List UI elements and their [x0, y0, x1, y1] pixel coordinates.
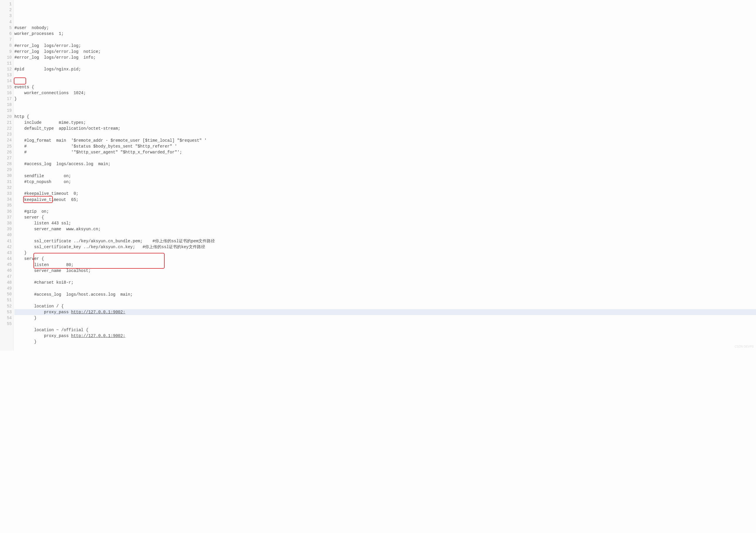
line-number: 18	[1, 102, 12, 108]
code-line: sendfile on;	[14, 173, 756, 179]
line-number: 54	[1, 315, 12, 321]
line-number: 17	[1, 96, 12, 102]
line-number: 28	[1, 161, 12, 167]
code-line: proxy_pass http://127.0.0.1:9002;	[14, 333, 756, 339]
code-line: worker_connections 1024;	[14, 90, 756, 96]
code-line: events {	[14, 84, 756, 90]
line-number: 15	[1, 84, 12, 90]
line-number: 39	[1, 226, 12, 232]
line-number: 23	[1, 131, 12, 137]
line-number: 24	[1, 137, 12, 143]
line-number: 11	[1, 61, 12, 66]
code-line: listen 443 ssl;	[14, 220, 756, 226]
line-number: 40	[1, 232, 12, 238]
code-line: worker_processes 1;	[14, 31, 756, 37]
line-number: 37	[1, 215, 12, 220]
code-line: #error_log logs/error.log info;	[14, 55, 756, 61]
code-line	[14, 286, 756, 291]
code-line: server_name localhost;	[14, 268, 756, 274]
code-line	[14, 19, 756, 25]
code-pane: #user nobody;worker_processes 1; #error_…	[14, 0, 756, 350]
code-line	[14, 61, 756, 66]
code-line	[14, 274, 756, 280]
line-number: 20	[1, 114, 12, 120]
code-line: ssl_certificate ../key/aksyun.cn_bundle.…	[14, 238, 756, 244]
line-number: 10	[1, 55, 12, 61]
line-number: 49	[1, 286, 12, 291]
line-number: 35	[1, 202, 12, 208]
line-number: 13	[1, 72, 12, 78]
code-line: # '"$http_user_agent" "$http_x_forwarded…	[14, 149, 756, 155]
line-number: 1	[1, 1, 12, 7]
line-number: 21	[1, 120, 12, 126]
line-number: 44	[1, 256, 12, 262]
code-line: #pid logs/nginx.pid;	[14, 66, 756, 72]
code-line: #error_log logs/error.log;	[14, 43, 756, 49]
code-line	[14, 203, 756, 209]
line-number: 26	[1, 149, 12, 155]
line-number: 52	[1, 303, 12, 309]
line-number: 47	[1, 274, 12, 280]
line-number: 51	[1, 297, 12, 303]
code-line	[14, 72, 756, 78]
code-line: listen 80;	[14, 262, 756, 268]
line-number: 12	[1, 66, 12, 72]
line-number: 55	[1, 321, 12, 327]
code-line	[14, 108, 756, 114]
line-number: 32	[1, 185, 12, 191]
code-line	[14, 232, 756, 238]
code-line: http {	[14, 114, 756, 120]
line-number: 30	[1, 173, 12, 179]
line-number: 3	[1, 13, 12, 19]
code-line	[14, 167, 756, 173]
line-number: 14	[1, 78, 12, 84]
code-line	[14, 155, 756, 161]
code-line: }	[14, 250, 756, 256]
code-editor: 1234567891011121314151617181920212223242…	[0, 0, 756, 350]
code-line: #access_log logs/host.access.log main;	[14, 292, 756, 297]
watermark: CSDN DEVPS	[735, 345, 754, 349]
line-number: 48	[1, 280, 12, 286]
line-number: 50	[1, 291, 12, 297]
code-line: keepalive_timeout 65;	[14, 197, 756, 203]
line-number: 27	[1, 155, 12, 161]
line-number: 53	[1, 309, 12, 315]
line-number: 25	[1, 143, 12, 149]
code-line: server_name www.aksyun.cn;	[14, 226, 756, 232]
url-link[interactable]: http://127.0.0.1:9002;	[71, 334, 125, 338]
line-number: 41	[1, 238, 12, 244]
code-line	[14, 37, 756, 42]
line-number: 31	[1, 179, 12, 185]
url-link[interactable]: http://127.0.0.1:9002;	[71, 310, 125, 315]
code-line: location / {	[14, 303, 756, 309]
code-line: #charset koi8-r;	[14, 280, 756, 286]
code-line: # '$status $body_bytes_sent "$http_refer…	[14, 143, 756, 149]
code-line	[14, 185, 756, 191]
code-line: }	[14, 96, 756, 102]
code-line: include mime.types;	[14, 120, 756, 126]
line-number: 22	[1, 126, 12, 131]
code-line: #tcp_nopush on;	[14, 179, 756, 185]
code-line: location ~ /official {	[14, 327, 756, 333]
code-line: }	[14, 339, 756, 345]
line-number: 43	[1, 250, 12, 256]
line-number: 42	[1, 244, 12, 250]
code-line: #user nobody;	[14, 25, 756, 31]
code-line	[14, 131, 756, 137]
code-line: server {	[14, 256, 756, 262]
code-line: proxy_pass http://127.0.0.1:9002;	[14, 309, 756, 315]
line-number: 6	[1, 31, 12, 37]
code-line: #access_log logs/access.log main;	[14, 161, 756, 167]
code-line: default_type application/octet-stream;	[14, 126, 756, 131]
code-line	[14, 78, 756, 84]
line-number: 2	[1, 7, 12, 13]
line-number: 19	[1, 108, 12, 114]
code-line: #error_log logs/error.log notice;	[14, 49, 756, 55]
code-line	[14, 321, 756, 327]
line-number: 46	[1, 267, 12, 273]
code-line	[14, 102, 756, 108]
line-number: 29	[1, 167, 12, 173]
line-number: 5	[1, 25, 12, 31]
code-line: }	[14, 315, 756, 321]
line-number: 16	[1, 90, 12, 96]
